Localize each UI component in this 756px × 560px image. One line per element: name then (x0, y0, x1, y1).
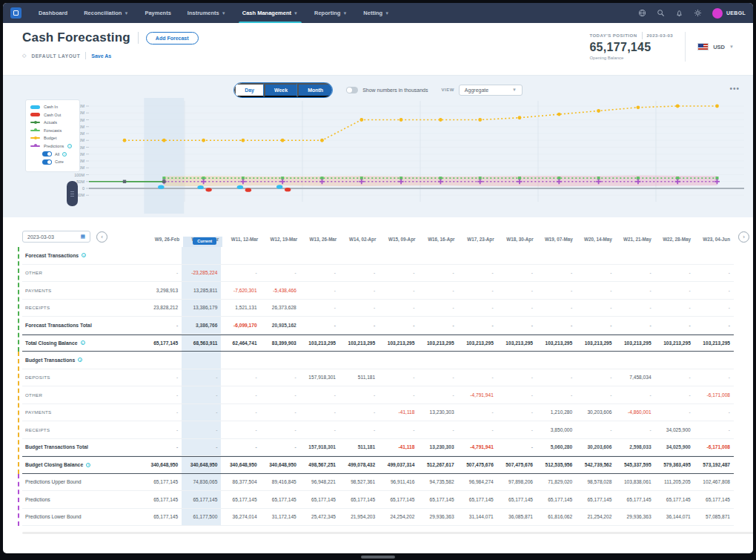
cell: - (142, 323, 182, 328)
section-predictions: Predictions Upper Bound65,177,14574,836,… (18, 474, 734, 527)
cell: 573,192,487 (694, 462, 734, 467)
all-toggle[interactable] (42, 151, 52, 157)
cell: - (339, 409, 379, 415)
cell: 499,037,314 (379, 462, 418, 467)
legend-label: Predictions (44, 144, 64, 148)
cell: - (576, 427, 615, 432)
cell: 512,267,617 (418, 462, 457, 467)
info-icon[interactable]: i (67, 144, 72, 148)
cell: 96,948,221 (300, 479, 339, 484)
column-header-w23-04-jun[interactable]: W23, 04-Jun (694, 237, 734, 247)
core-toggle[interactable] (42, 159, 52, 165)
view-select[interactable]: Aggregate ▼ (459, 85, 523, 96)
thousands-toggle[interactable] (346, 87, 358, 93)
column-header-w19-07-may[interactable]: W19, 07-May (537, 237, 577, 247)
column-label: W16, 16-Apr (428, 237, 454, 242)
cell: 3,298,913 (142, 288, 182, 293)
predictions-swatch-icon (30, 145, 40, 147)
cell: 1,521,131 (221, 305, 260, 310)
info-icon[interactable]: i (62, 152, 67, 157)
cell: - (576, 375, 615, 380)
cell: 98,527,361 (339, 479, 379, 484)
cell: 65,177,145 (537, 497, 576, 502)
cell: 29,936,363 (418, 514, 457, 519)
cell: - (655, 305, 694, 310)
cell: - (221, 392, 260, 398)
table-row-predictions: Predictions65,177,14565,177,14565,177,14… (22, 491, 734, 509)
next-week-button[interactable]: › (738, 231, 749, 243)
column-header-w12-19-mar[interactable]: W12, 19-Mar (262, 237, 301, 247)
cell: - (418, 270, 457, 275)
cell: 98,578,028 (576, 479, 615, 484)
column-header-w18-30-apr[interactable]: W18, 30-Apr (498, 237, 537, 247)
cell: 340,648,950 (182, 457, 221, 473)
notifications-icon[interactable] (675, 9, 683, 17)
currency-selector[interactable]: USD ▼ (685, 32, 734, 62)
nav-item-reporting[interactable]: Reporting▼ (306, 3, 355, 23)
legend-label: Cash In (44, 105, 58, 109)
nav-item-instruments[interactable]: Instruments▼ (179, 3, 234, 23)
cell: 20,935,162 (261, 323, 300, 328)
nav-item-netting[interactable]: Netting▼ (355, 3, 397, 23)
save-as-link[interactable]: Save As (91, 53, 111, 59)
nav-item-reconciliation[interactable]: Reconciliation▼ (76, 3, 136, 23)
user-menu[interactable]: UEBGL (712, 8, 746, 19)
column-header-w21-21-may[interactable]: W21, 21-May (616, 237, 655, 247)
period-week-button[interactable]: Week (264, 83, 297, 97)
table-row-budget-transactions: Budget Transactionsi (22, 352, 734, 369)
column-header-w11-12-mar[interactable]: W11, 12-Mar (222, 237, 262, 247)
settings-icon[interactable] (694, 9, 702, 17)
forecast-table: 2023-03-03 ▦ ‹ W9, 26-FebW10, 05-MarCurr… (3, 217, 753, 534)
cell: - (497, 288, 537, 293)
svg-text:100M: 100M (74, 173, 84, 177)
actuals-swatch-icon (30, 122, 40, 123)
legend-item-cash-out: Cash Out (30, 113, 75, 117)
cell: - (497, 305, 537, 310)
row-label: Budget Closing Balancei (22, 462, 142, 467)
column-header-w13-26-mar[interactable]: W13, 26-Mar (301, 237, 340, 247)
prev-week-button[interactable]: ‹ (96, 231, 107, 243)
cell: - (418, 427, 457, 432)
search-icon[interactable] (657, 9, 665, 17)
overflow-menu-icon[interactable]: ••• (729, 85, 740, 93)
column-header-w15-09-apr[interactable]: W15, 09-Apr (379, 237, 419, 247)
nav-item-cash-management[interactable]: Cash Management▼ (234, 3, 306, 23)
date-picker[interactable]: 2023-03-03 ▦ (22, 231, 90, 243)
cell: - (615, 427, 654, 432)
column-header-w22-28-may[interactable]: W22, 28-May (655, 237, 694, 247)
table-row-payments: PAYMENTS3,298,91313,285,811-7,620,301-5,… (22, 282, 734, 300)
nav-item-payments[interactable]: Payments (136, 3, 179, 23)
period-month-button[interactable]: Month (297, 83, 332, 97)
cell: - (221, 444, 260, 449)
cell: -6,171,008 (694, 392, 734, 398)
cell: 65,177,145 (142, 479, 182, 484)
info-icon[interactable]: i (82, 253, 86, 257)
chart-scroll-handle[interactable] (67, 181, 78, 206)
column-header-w17-23-apr[interactable]: W17, 23-Apr (459, 237, 498, 247)
column-header-w14-02-apr[interactable]: W14, 02-Apr (340, 237, 379, 247)
info-icon[interactable]: i (78, 358, 82, 362)
cell: 31,172,145 (261, 514, 300, 519)
column-header-w10-05-mar[interactable]: W10, 05-MarCurrent (183, 237, 222, 247)
cell: 65,177,145 (655, 497, 694, 502)
column-header-w9-26-feb[interactable]: W9, 26-Feb (144, 237, 183, 247)
cell: 102,467,808 (694, 479, 734, 484)
cell: - (537, 392, 576, 398)
cell: 13,230,303 (418, 409, 457, 415)
cell: - (142, 409, 182, 415)
info-icon[interactable]: i (86, 463, 90, 467)
app-logo[interactable] (10, 7, 21, 19)
period-day-button[interactable]: Day (234, 83, 264, 97)
row-label: Budget Transactions Total (22, 444, 142, 449)
row-label: Total Closing Balancei (22, 340, 142, 346)
cell: 103,213,295 (418, 340, 457, 346)
column-header-w20-14-may[interactable]: W20, 14-May (577, 237, 616, 247)
cell: -4,791,941 (458, 444, 497, 449)
add-forecast-button[interactable]: Add Forecast (146, 32, 199, 45)
column-header-w16-16-apr[interactable]: W16, 16-Apr (419, 237, 458, 247)
nav-item-dashboard[interactable]: Dashboard (30, 3, 76, 23)
horizontal-scrollbar[interactable] (22, 532, 753, 534)
info-icon[interactable]: i (81, 340, 85, 345)
cell: - (576, 270, 615, 275)
globe-icon[interactable] (638, 9, 646, 17)
